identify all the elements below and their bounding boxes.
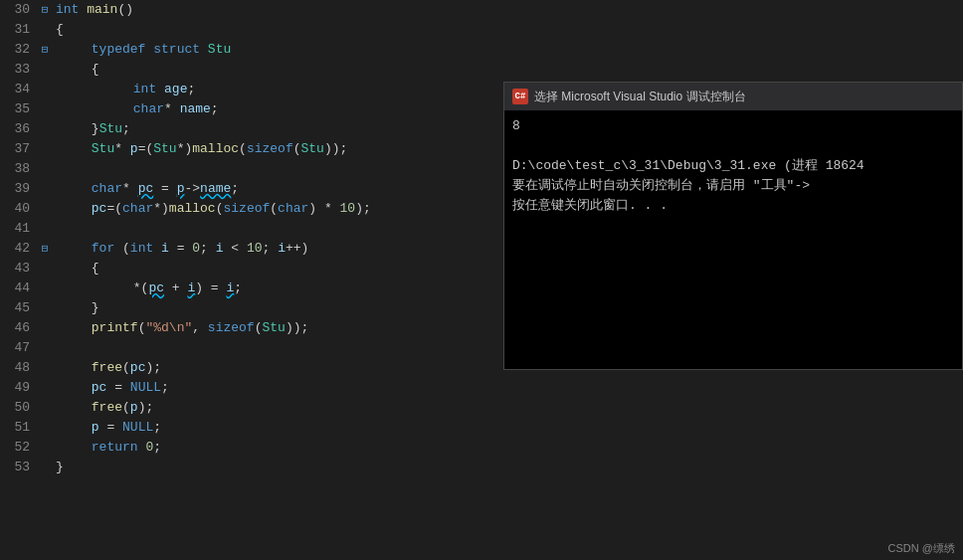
code-line-41: [56, 219, 507, 239]
code-line-38: [56, 159, 507, 179]
code-line-31: {: [56, 20, 507, 40]
code-line-44: *(pc + i) = i;: [56, 279, 507, 298]
code-line-45: }: [56, 298, 507, 318]
code-line-39: char* pc = p->name;: [56, 179, 507, 199]
code-line-32: typedef struct Stu: [56, 40, 507, 60]
code-line-35: char* name;: [56, 99, 507, 119]
code-line-43: {: [56, 259, 507, 279]
debug-title-bar: C# 选择 Microsoft Visual Studio 调试控制台: [504, 83, 962, 110]
debug-output-number: 8: [512, 116, 954, 136]
code-line-33: {: [56, 60, 507, 80]
debug-output: 8 D:\code\test_c\3_31\Debug\3_31.exe (进程…: [504, 110, 962, 369]
code-line-53: }: [56, 458, 507, 477]
code-line-30: int main(): [56, 0, 507, 20]
code-line-36: }Stu;: [56, 119, 507, 139]
debug-console: C# 选择 Microsoft Visual Studio 调试控制台 8 D:…: [503, 82, 963, 370]
code-line-49: pc = NULL;: [56, 378, 507, 398]
code-line-48: free(pc);: [56, 358, 507, 378]
code-content: int main() { typedef struct Stu {: [52, 0, 507, 560]
code-editor: 30 31 32 33 34 35 36 37 38 39 40 41 42 4…: [0, 0, 507, 560]
code-line-34: int age;: [56, 80, 507, 99]
debug-title-icon: C#: [512, 89, 528, 104]
code-line-52: return 0;: [56, 438, 507, 458]
watermark: CSDN @缥绣: [888, 541, 955, 556]
code-line-42: for (int i = 0; i < 10; i++): [56, 239, 507, 259]
debug-title-text: 选择 Microsoft Visual Studio 调试控制台: [534, 89, 746, 105]
code-line-46: printf("%d\n", sizeof(Stu));: [56, 318, 507, 338]
debug-output-line1: D:\code\test_c\3_31\Debug\3_31.exe (进程 1…: [512, 156, 954, 176]
line-numbers: 30 31 32 33 34 35 36 37 38 39 40 41 42 4…: [0, 0, 38, 560]
debug-output-line2: 要在调试停止时自动关闭控制台，请启用 "工具"->: [512, 176, 954, 196]
fold-gutter: ⊟ ⊟ ⊟: [38, 0, 52, 560]
debug-output-line3: 按任意键关闭此窗口. . .: [512, 196, 954, 216]
code-line-40: pc=(char*)malloc(sizeof(char) * 10);: [56, 199, 507, 219]
code-line-51: p = NULL;: [56, 418, 507, 438]
code-line-37: Stu* p=(Stu*)malloc(sizeof(Stu));: [56, 139, 507, 159]
code-line-50: free(p);: [56, 398, 507, 418]
code-line-47: [56, 338, 507, 358]
